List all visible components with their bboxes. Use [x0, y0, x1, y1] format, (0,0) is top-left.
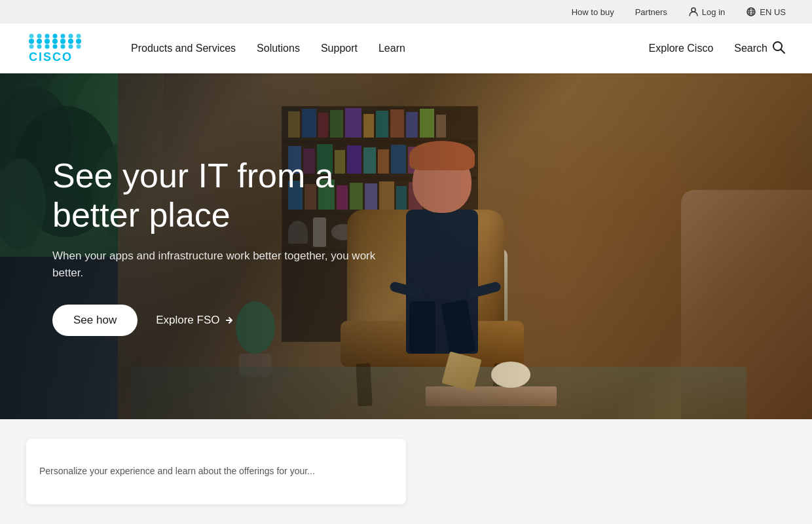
svg-point-7: [37, 39, 42, 44]
see-how-button[interactable]: See how: [52, 305, 138, 336]
cisco-logo-link[interactable]: CISCO: [26, 29, 105, 68]
explore-fso-label: Explore FSO: [156, 314, 219, 327]
svg-point-10: [60, 39, 65, 44]
svg-point-18: [69, 33, 73, 38]
login-link[interactable]: Log in: [688, 7, 725, 17]
svg-point-26: [77, 44, 81, 48]
svg-point-24: [61, 44, 65, 48]
arrow-right-icon: [223, 314, 235, 326]
svg-point-14: [37, 33, 42, 38]
login-label: Log in: [702, 7, 725, 17]
svg-point-22: [45, 44, 50, 48]
nav-solutions-link[interactable]: Solutions: [257, 43, 300, 54]
svg-point-17: [61, 33, 65, 38]
svg-line-29: [781, 50, 785, 54]
card-preview-text: Personalize your experience and learn ab…: [39, 465, 393, 478]
hero-section: See your IT from a better place When you…: [0, 73, 812, 419]
explore-cisco-link[interactable]: Explore Cisco: [649, 43, 714, 54]
svg-point-25: [69, 44, 73, 48]
svg-point-9: [52, 39, 58, 44]
promo-card-preview: Personalize your experience and learn ab…: [26, 439, 406, 504]
partners-link[interactable]: Partners: [635, 7, 667, 17]
svg-point-8: [45, 39, 50, 44]
nav-right: Explore Cisco Search: [649, 40, 786, 57]
language-link[interactable]: EN US: [746, 7, 786, 17]
svg-point-21: [37, 44, 42, 48]
svg-text:CISCO: CISCO: [29, 50, 73, 64]
svg-point-19: [77, 33, 81, 38]
main-nav: CISCO Products and Services Solutions Su…: [0, 24, 812, 73]
nav-learn-link[interactable]: Learn: [378, 43, 405, 54]
explore-fso-button[interactable]: Explore FSO: [156, 314, 235, 327]
svg-point-23: [53, 44, 58, 48]
svg-point-6: [29, 39, 34, 44]
globe-icon: [746, 7, 756, 17]
language-label: EN US: [760, 7, 786, 17]
search-icon: [771, 40, 786, 57]
nav-left: CISCO Products and Services Solutions Su…: [26, 29, 405, 68]
user-icon: [688, 7, 699, 17]
svg-point-16: [53, 33, 58, 38]
hero-buttons: See how Explore FSO: [52, 305, 760, 336]
nav-support-link[interactable]: Support: [321, 43, 358, 54]
hero-subtitle: When your apps and infrastructure work b…: [52, 248, 380, 281]
nav-products-link[interactable]: Products and Services: [131, 43, 236, 54]
below-hero: Personalize your experience and learn ab…: [0, 419, 812, 524]
how-to-buy-link[interactable]: How to buy: [572, 7, 614, 17]
svg-point-11: [68, 39, 73, 44]
search-button[interactable]: Search: [734, 40, 786, 57]
hero-content: See your IT from a better place When you…: [0, 73, 812, 419]
svg-point-0: [692, 8, 695, 12]
nav-links: Products and Services Solutions Support …: [131, 43, 405, 54]
svg-point-15: [45, 33, 50, 38]
svg-point-13: [29, 33, 34, 38]
search-label: Search: [734, 43, 767, 54]
svg-point-20: [29, 44, 34, 48]
svg-point-12: [76, 39, 81, 44]
utility-bar: How to buy Partners Log in EN US: [0, 0, 812, 24]
hero-title: See your IT from a better place: [52, 157, 419, 235]
